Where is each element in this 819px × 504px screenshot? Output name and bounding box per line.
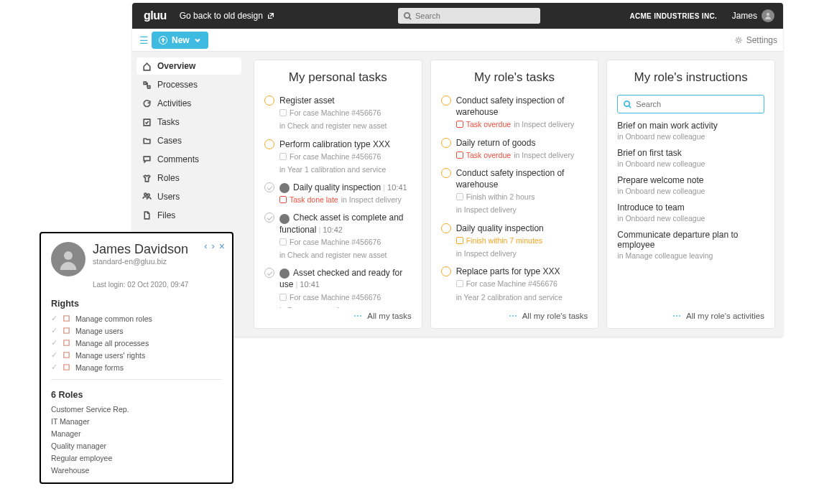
instruction-item[interactable]: Communicate departure plan to employeein… (617, 230, 764, 260)
task-item[interactable]: Check asset is complete and functional |… (264, 212, 412, 260)
status-circle-icon (264, 139, 274, 149)
task-type-icon (279, 196, 287, 203)
last-login: Last login: 02 Oct 2020, 09:47 (93, 281, 222, 289)
new-button[interactable]: New (152, 32, 208, 49)
role-instructions-panel: My role's instructions Brief on main wor… (606, 60, 775, 329)
task-item[interactable]: Daily return of goods Task overdue in In… (441, 137, 588, 160)
panel-title: My role's instructions (617, 70, 764, 85)
search-icon (404, 12, 412, 20)
task-item[interactable]: Perform calibration type XXX For case Ma… (264, 139, 412, 175)
task-item[interactable]: Asset checked and ready for use | 10:41 … (264, 267, 412, 308)
status-circle-icon (441, 223, 451, 233)
check-icon: ✓ (51, 350, 57, 360)
plus-icon (159, 36, 167, 45)
sidebar-item-cases[interactable]: Cases (136, 132, 241, 149)
rights-heading: Rights (51, 299, 222, 309)
task-item[interactable]: Replace parts for type XXX For case Mach… (441, 266, 588, 302)
all-role-activities-link[interactable]: ⋯ All my role's activities (617, 308, 764, 321)
user-profile-popup: James Davidson standard-en@gluu.biz ‹ › … (40, 232, 233, 484)
task-type-icon (456, 151, 463, 159)
next-button[interactable]: › (211, 241, 214, 252)
sub-bar: ☰ New Settings (132, 29, 783, 52)
svg-point-3 (624, 101, 629, 106)
sidebar-item-label: Roles (157, 173, 180, 183)
task-item[interactable]: Register asset For case Machine #456676 … (264, 95, 412, 131)
refresh-icon (142, 99, 152, 108)
dots-icon: ⋯ (509, 311, 518, 321)
file-icon (142, 211, 152, 220)
instruction-item[interactable]: Introduce to teamin Onboard new colleagu… (617, 202, 764, 223)
task-type-icon (456, 237, 463, 244)
task-item[interactable]: Conduct safety inspection of warehouse T… (441, 95, 588, 130)
global-search[interactable] (398, 8, 540, 24)
instruction-item[interactable]: Prepare welcome notein Onboard new colle… (617, 175, 764, 195)
task-type-icon (279, 153, 287, 160)
avatar (762, 9, 774, 22)
sidebar-item-label: Tasks (157, 117, 180, 127)
close-icon[interactable]: × (219, 241, 225, 252)
instruction-item[interactable]: Brief on main work activityin Onboard ne… (617, 121, 764, 141)
sidebar-item-overview[interactable]: Overview (136, 57, 241, 75)
prev-button[interactable]: ‹ (204, 241, 207, 252)
right-icon (63, 314, 70, 322)
old-design-link[interactable]: Go back to old design (180, 11, 274, 21)
right-icon (63, 327, 70, 335)
personal-tasks-panel: My personal tasks Register asset For cas… (254, 60, 422, 329)
svg-point-4 (64, 251, 73, 260)
settings-label: Settings (746, 35, 777, 45)
user-menu[interactable]: James (732, 9, 774, 22)
menu-toggle-icon[interactable]: ☰ (139, 34, 149, 46)
instruction-search-input[interactable] (636, 100, 758, 108)
check-icon: ✓ (51, 338, 57, 347)
sidebar-item-activities[interactable]: Activities (136, 95, 241, 112)
new-button-label: New (172, 35, 190, 45)
role-item[interactable]: Warehouse (51, 466, 222, 475)
avatar-icon (279, 269, 290, 279)
chevron-down-icon (194, 37, 201, 44)
right-item: ✓Manage forms (51, 363, 222, 372)
task-type-icon (456, 280, 463, 287)
sidebar-item-roles[interactable]: Roles (136, 169, 241, 187)
role-item[interactable]: Customer Service Rep. (51, 405, 222, 414)
status-circle-icon (264, 268, 274, 278)
instruction-search[interactable] (617, 95, 764, 113)
right-icon (63, 339, 70, 347)
settings-link[interactable]: Settings (734, 35, 777, 45)
roles-list: Customer Service Rep.IT ManagerManagerQu… (51, 405, 222, 475)
role-item[interactable]: IT Manager (51, 417, 222, 426)
task-item[interactable]: Conduct safety inspection of warehouse F… (441, 167, 588, 215)
status-circle-icon (441, 95, 451, 106)
sidebar-item-label: Activities (157, 98, 191, 108)
profile-name: James Davidson (93, 242, 188, 257)
global-search-input[interactable] (415, 11, 535, 20)
sidebar-item-label: Comments (157, 154, 199, 164)
status-circle-icon (264, 95, 274, 106)
role-item[interactable]: Regular employee (51, 454, 222, 462)
role-item[interactable]: Quality manager (51, 442, 222, 450)
sidebar-item-comments[interactable]: Comments (136, 151, 241, 168)
top-bar: gluu Go back to old design ACME INDUSTRI… (132, 3, 783, 29)
task-type-icon (456, 193, 463, 200)
shirt-icon (142, 174, 152, 183)
sidebar-item-tasks[interactable]: Tasks (136, 113, 241, 131)
old-design-label: Go back to old design (180, 11, 263, 21)
role-item[interactable]: Manager (51, 429, 222, 438)
sidebar-item-users[interactable]: Users (136, 188, 241, 205)
users-icon (142, 192, 152, 202)
panel-title: My role's tasks (441, 70, 588, 85)
all-role-tasks-link[interactable]: ⋯ All my role's tasks (441, 308, 588, 321)
svg-point-1 (767, 13, 769, 16)
all-my-tasks-link[interactable]: ⋯ All my tasks (264, 308, 412, 321)
task-item[interactable]: Daily quality inspection Finish within 7… (441, 223, 588, 259)
status-circle-icon (441, 138, 451, 148)
task-type-icon (279, 294, 287, 301)
sidebar-item-label: Users (157, 192, 180, 202)
task-type-icon (279, 238, 287, 246)
sidebar-item-label: Overview (157, 61, 195, 71)
instruction-item[interactable]: Brief on first taskin Onboard new collea… (617, 148, 764, 168)
logo: gluu (144, 9, 167, 22)
roles-heading: 6 Roles (51, 390, 222, 400)
task-item[interactable]: Daily quality inspection | 10:41 Task do… (264, 182, 412, 205)
sidebar-item-processes[interactable]: Processes (136, 76, 241, 93)
sidebar-item-files[interactable]: Files (136, 207, 241, 224)
